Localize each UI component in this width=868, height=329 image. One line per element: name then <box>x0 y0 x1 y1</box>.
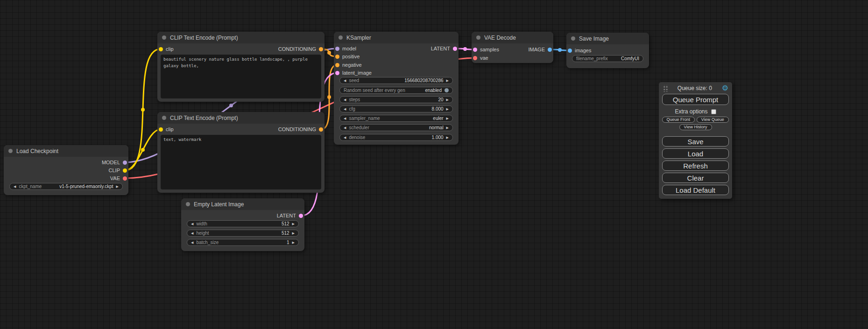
view-history-button[interactable]: View History <box>679 124 712 130</box>
widget-ckpt-name[interactable]: ◀ ckpt_name v1-5-pruned-emaonly.ckpt ▶ <box>9 183 123 190</box>
samples-input-dot[interactable] <box>473 48 477 52</box>
refresh-button[interactable]: Refresh <box>662 161 729 171</box>
decrement-arrow-icon[interactable]: ◀ <box>191 241 193 244</box>
widget-width[interactable]: ◀ width 512 ▶ <box>187 220 299 227</box>
node-title-bar[interactable]: Load Checkpoint <box>4 145 128 157</box>
latent-output-dot[interactable] <box>299 214 303 218</box>
node-load-checkpoint[interactable]: Load Checkpoint MODEL CLIP VAE ◀ ckpt_na… <box>4 145 128 195</box>
output-slot-conditioning[interactable]: CONDITIONING <box>278 45 323 53</box>
decrement-arrow-icon[interactable]: ◀ <box>191 231 193 235</box>
increment-arrow-icon[interactable]: ▶ <box>292 222 295 225</box>
node-title-bar[interactable]: CLIP Text Encode (Prompt) <box>157 32 325 43</box>
link-midpoint-dot <box>141 148 145 152</box>
queue-front-button[interactable]: Queue Front <box>662 117 695 123</box>
increment-arrow-icon[interactable]: ▶ <box>446 136 449 139</box>
input-slot-samples[interactable]: samples <box>473 46 499 53</box>
increment-arrow-icon[interactable]: ▶ <box>446 117 449 120</box>
widget-seed[interactable]: ◀ seed 156680208700286 ▶ <box>339 77 453 84</box>
increment-arrow-icon[interactable]: ▶ <box>446 107 449 111</box>
node-title-bar[interactable]: KSampler <box>334 32 459 43</box>
input-slot-clip[interactable]: clip <box>159 126 174 133</box>
load-button[interactable]: Load <box>662 148 729 159</box>
output-slot-latent[interactable]: LATENT <box>431 45 457 52</box>
save-button[interactable]: Save <box>662 136 729 147</box>
toggle-knob[interactable] <box>445 88 449 92</box>
decrement-arrow-icon[interactable]: ◀ <box>344 126 346 129</box>
input-slot-latent-image[interactable]: latent_image <box>335 69 372 77</box>
comfyui-node-graph-canvas[interactable]: { "colors": { "MODEL": "#B39DDB", "CLIP"… <box>0 0 868 329</box>
widget-scheduler[interactable]: ◀ scheduler normal ▶ <box>339 124 453 131</box>
output-slot-clip[interactable]: CLIP <box>109 167 127 174</box>
node-title-bar[interactable]: Empty Latent Image <box>181 198 304 210</box>
widget-steps[interactable]: ◀ steps 20 ▶ <box>339 96 453 103</box>
widget-value: 1.000 <box>432 135 444 140</box>
node-save-image[interactable]: Save Image images filename_prefix ComfyU… <box>566 33 649 68</box>
widget-filename-prefix[interactable]: filename_prefix ComfyUI <box>572 55 643 62</box>
output-slot-conditioning[interactable]: CONDITIONING <box>278 126 323 133</box>
output-slot-latent[interactable]: LATENT <box>277 212 303 219</box>
input-slot-model[interactable]: model <box>335 45 356 52</box>
vae-input-dot[interactable] <box>473 56 477 60</box>
widget-sampler-name[interactable]: ◀ sampler_name euler ▶ <box>339 115 453 122</box>
decrement-arrow-icon[interactable]: ◀ <box>14 185 16 188</box>
clip-input-dot[interactable] <box>159 127 163 132</box>
node-title-bar[interactable]: CLIP Text Encode (Prompt) <box>157 112 325 124</box>
clip-output-dot[interactable] <box>123 168 127 173</box>
negative-input-dot[interactable] <box>335 63 339 67</box>
settings-gear-icon[interactable]: ⚙ <box>722 84 728 92</box>
increment-arrow-icon[interactable]: ▶ <box>116 185 119 188</box>
input-slot-positive[interactable]: positive <box>335 53 360 60</box>
increment-arrow-icon[interactable]: ▶ <box>446 79 449 82</box>
output-slot-vae[interactable]: VAE <box>110 175 127 182</box>
input-slot-negative[interactable]: negative <box>335 61 362 69</box>
clip-input-dot[interactable] <box>159 47 163 51</box>
clear-button[interactable]: Clear <box>662 173 729 183</box>
model-input-dot[interactable] <box>335 47 339 51</box>
input-slot-images[interactable]: images <box>568 47 591 54</box>
latent-image-input-dot[interactable] <box>335 71 339 75</box>
node-title-bar[interactable]: Save Image <box>566 33 649 44</box>
node-title: Empty Latent Image <box>194 201 244 208</box>
decrement-arrow-icon[interactable]: ◀ <box>344 117 346 120</box>
widget-denoise[interactable]: ◀ denoise 1.000 ▶ <box>339 134 453 141</box>
increment-arrow-icon[interactable]: ▶ <box>446 98 449 101</box>
latent-output-dot[interactable] <box>453 47 457 51</box>
vae-output-dot[interactable] <box>123 176 127 181</box>
widget-height[interactable]: ◀ height 512 ▶ <box>187 230 299 237</box>
node-clip-text-encode-positive[interactable]: CLIP Text Encode (Prompt) clip CONDITION… <box>157 32 325 102</box>
decrement-arrow-icon[interactable]: ◀ <box>191 222 193 225</box>
image-output-dot[interactable] <box>548 48 552 52</box>
increment-arrow-icon[interactable]: ▶ <box>292 231 295 235</box>
prompt-textarea[interactable]: beautiful scenery nature glass bottle la… <box>161 55 321 98</box>
widget-value: normal <box>429 125 444 130</box>
queue-prompt-button[interactable]: Queue Prompt <box>662 94 729 105</box>
decrement-arrow-icon[interactable]: ◀ <box>344 79 346 82</box>
output-slot-model[interactable]: MODEL <box>102 159 127 166</box>
input-slot-clip[interactable]: clip <box>159 45 174 53</box>
node-empty-latent-image[interactable]: Empty Latent Image LATENT ◀ width 512 ▶ … <box>181 198 304 251</box>
view-queue-button[interactable]: View Queue <box>697 117 729 123</box>
positive-input-dot[interactable] <box>335 55 339 59</box>
output-slot-image[interactable]: IMAGE <box>529 46 552 53</box>
conditioning-output-dot[interactable] <box>319 127 323 132</box>
decrement-arrow-icon[interactable]: ◀ <box>344 136 346 139</box>
extra-options-checkbox[interactable] <box>711 109 716 114</box>
increment-arrow-icon[interactable]: ▶ <box>446 126 449 129</box>
node-ksampler[interactable]: KSampler model positive negative latent_… <box>334 32 459 145</box>
widget-batch-size[interactable]: ◀ batch_size 1 ▶ <box>187 239 299 246</box>
input-slot-vae[interactable]: vae <box>473 54 488 62</box>
node-vae-decode[interactable]: VAE Decode samples vae IMAGE <box>472 32 553 63</box>
decrement-arrow-icon[interactable]: ◀ <box>344 98 346 101</box>
node-clip-text-encode-negative[interactable]: CLIP Text Encode (Prompt) clip CONDITION… <box>157 112 325 193</box>
drag-handle-icon[interactable] <box>663 85 668 92</box>
model-output-dot[interactable] <box>123 161 127 165</box>
conditioning-output-dot[interactable] <box>319 47 323 51</box>
decrement-arrow-icon[interactable]: ◀ <box>344 107 346 111</box>
images-input-dot[interactable] <box>568 49 572 53</box>
widget-cfg[interactable]: ◀ cfg 8.000 ▶ <box>339 105 453 112</box>
increment-arrow-icon[interactable]: ▶ <box>292 241 295 244</box>
node-title-bar[interactable]: VAE Decode <box>472 32 553 43</box>
prompt-textarea[interactable]: text, watermark <box>161 135 321 189</box>
load-default-button[interactable]: Load Default <box>662 185 729 195</box>
widget-random-seed-toggle[interactable]: Random seed after every gen enabled <box>339 87 453 94</box>
